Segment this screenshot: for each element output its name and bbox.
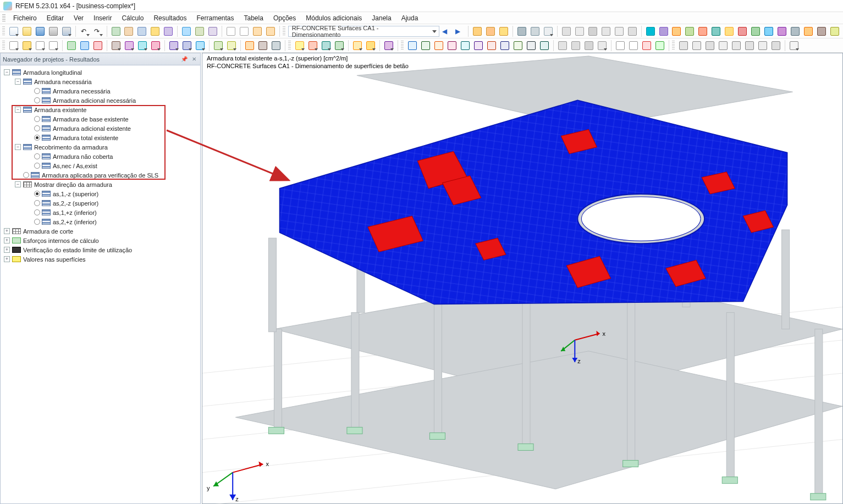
tool-button[interactable] — [123, 40, 135, 52]
view-button[interactable] — [736, 25, 748, 37]
tool-button[interactable] — [212, 40, 224, 52]
view-button[interactable] — [626, 25, 638, 37]
menu-ver[interactable]: Ver — [69, 13, 88, 23]
tool-button[interactable] — [525, 40, 537, 52]
tool-button[interactable] — [583, 40, 595, 52]
tool-button[interactable] — [365, 40, 377, 52]
tool-button[interactable] — [538, 40, 550, 52]
tool-button[interactable] — [150, 40, 162, 52]
tool-button[interactable] — [181, 40, 193, 52]
tree-node-valores-superficies[interactable]: +Valores nas superfícies — [2, 254, 199, 264]
redo-button[interactable]: ↷ — [92, 25, 104, 37]
tool-button[interactable] — [472, 40, 484, 52]
tool-button[interactable] — [307, 40, 319, 52]
tool-button[interactable] — [757, 40, 769, 52]
menu-opcoes[interactable]: Opções — [269, 13, 300, 23]
view-button[interactable] — [658, 25, 670, 37]
display-toggle-button[interactable] — [498, 25, 510, 37]
results-case-combo[interactable]: RF-CONCRETE Surfaces CA1 - Dimensionamen… — [288, 26, 439, 37]
tool-button[interactable] — [486, 40, 498, 52]
prev-case-button[interactable]: ◀ — [440, 25, 453, 37]
tool-button[interactable] — [238, 25, 250, 37]
tool-button[interactable] — [180, 25, 192, 37]
tool-button[interactable] — [34, 40, 46, 52]
tool-button[interactable] — [194, 25, 206, 37]
view-button[interactable] — [710, 25, 722, 37]
menu-ficheiro[interactable]: Ficheiro — [9, 13, 41, 23]
view-button[interactable] — [684, 25, 696, 37]
view-button[interactable] — [574, 25, 586, 37]
undo-button[interactable]: ↶ — [79, 25, 91, 37]
tool-button[interactable] — [92, 40, 104, 52]
view-button[interactable] — [671, 25, 683, 37]
save-file-button[interactable] — [34, 25, 46, 37]
tool-button[interactable] — [704, 40, 716, 52]
tool-button[interactable] — [225, 25, 237, 37]
menu-inserir[interactable]: Inserir — [89, 13, 116, 23]
tool-button[interactable] — [333, 40, 345, 52]
tool-button[interactable] — [270, 40, 282, 52]
display-toggle-button[interactable] — [471, 25, 483, 37]
menu-editar[interactable]: Editar — [42, 13, 68, 23]
tool-button[interactable] — [168, 40, 180, 52]
tool-button[interactable] — [654, 40, 666, 52]
tool-button[interactable] — [162, 25, 174, 37]
view-button[interactable] — [789, 25, 801, 37]
tool-button[interactable] — [446, 40, 458, 52]
tool-button[interactable] — [194, 40, 206, 52]
view-button[interactable] — [613, 25, 625, 37]
tool-button[interactable] — [21, 40, 33, 52]
tool-button[interactable] — [257, 40, 269, 52]
tool-button[interactable] — [788, 40, 800, 52]
view-button[interactable] — [750, 25, 762, 37]
tool-button[interactable] — [406, 40, 418, 52]
view-button[interactable] — [816, 25, 828, 37]
tool-button[interactable] — [570, 40, 582, 52]
tool-button[interactable] — [499, 40, 511, 52]
help-button[interactable] — [644, 25, 657, 37]
view-button[interactable] — [763, 25, 775, 37]
tool-button[interactable] — [383, 40, 395, 52]
menu-modulos[interactable]: Módulos adicionais — [301, 13, 366, 23]
tool-button[interactable] — [770, 40, 782, 52]
tool-button[interactable] — [614, 40, 626, 52]
view-button[interactable] — [723, 25, 735, 37]
open-file-button[interactable] — [21, 25, 33, 37]
view-button[interactable] — [829, 25, 841, 37]
tool-button[interactable] — [512, 40, 524, 52]
tool-button[interactable] — [110, 25, 122, 37]
tool-button[interactable] — [641, 40, 653, 52]
menu-resultados[interactable]: Resultados — [149, 13, 191, 23]
view-button[interactable] — [529, 25, 541, 37]
view-button[interactable] — [560, 25, 572, 37]
menu-ajuda[interactable]: Ajuda — [397, 13, 423, 23]
tool-button[interactable] — [459, 40, 471, 52]
tool-button[interactable] — [596, 40, 608, 52]
new-file-button[interactable] — [8, 25, 20, 37]
view-button[interactable] — [516, 25, 528, 37]
model-viewport[interactable]: Armadura total existente a-s,1,-z (super… — [202, 53, 843, 504]
tool-button[interactable] — [557, 40, 569, 52]
tool-button[interactable] — [265, 25, 277, 37]
view-button[interactable] — [587, 25, 599, 37]
tool-button[interactable] — [136, 25, 148, 37]
tool-button[interactable] — [717, 40, 729, 52]
menu-janela[interactable]: Janela — [367, 13, 395, 23]
tool-button[interactable] — [244, 40, 256, 52]
tool-button[interactable] — [730, 40, 742, 52]
view-button[interactable] — [697, 25, 709, 37]
tool-button[interactable] — [225, 40, 238, 52]
tool-button[interactable] — [149, 25, 161, 37]
print-graphic-button[interactable] — [60, 25, 73, 37]
view-button[interactable] — [802, 25, 814, 37]
tool-button[interactable] — [47, 40, 59, 52]
menu-tabela[interactable]: Tabela — [240, 13, 268, 23]
tool-button[interactable] — [320, 40, 332, 52]
tool-button[interactable] — [136, 40, 148, 52]
print-button[interactable] — [47, 25, 59, 37]
tool-button[interactable] — [433, 40, 445, 52]
display-toggle-button[interactable] — [484, 25, 497, 37]
view-button[interactable] — [600, 25, 612, 37]
tool-button[interactable] — [207, 25, 219, 37]
tool-button[interactable] — [123, 25, 135, 37]
